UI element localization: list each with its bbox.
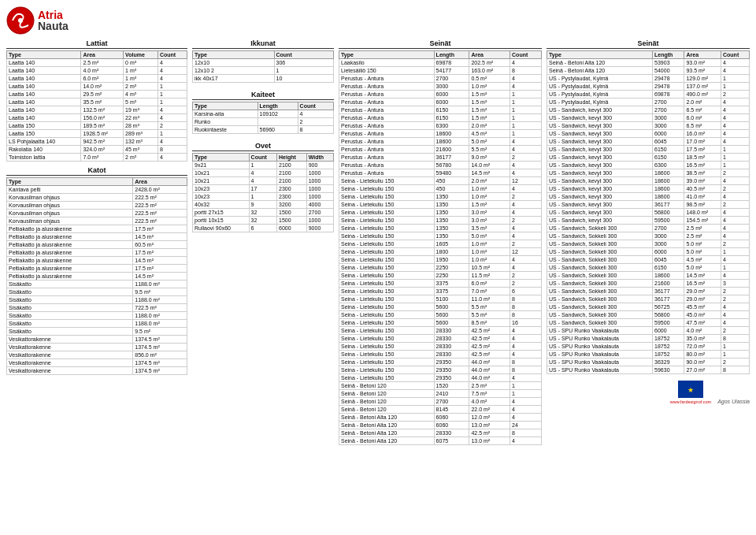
table-cell: 8 xyxy=(158,146,187,154)
table-cell: 6.0 m² xyxy=(81,75,124,83)
table-cell: 289 m³ xyxy=(124,130,158,138)
table-row: Seina - Lietekuliu 1502935044.0 m²8 xyxy=(339,366,542,374)
table-cell: 324.0 m² xyxy=(81,146,124,154)
table-cell: 29.0 m² xyxy=(684,295,721,303)
table-cell: 36177 xyxy=(653,288,684,295)
table-cell: 29478 xyxy=(653,83,684,91)
table-cell: US - Pystylaudat, Kylmä xyxy=(547,98,653,106)
table-row: Vesikattorakenne1374.5 m² xyxy=(7,336,187,344)
table-row: US - Sandwich, Sokkeli 3005680045.0 m²4 xyxy=(547,311,750,319)
table-cell: 8 xyxy=(721,366,750,374)
table-cell: 4 xyxy=(158,75,187,83)
table-cell: 5.5 m² xyxy=(469,146,510,154)
table-cell: Korvausilman ohjaus xyxy=(7,194,133,202)
table-cell: 490.0 m² xyxy=(684,91,721,98)
table-cell: Seina - Lietekuliu 150 xyxy=(339,256,435,264)
table-cell: 5600 xyxy=(434,319,469,327)
table-cell: Seina - Lietekuliu 150 xyxy=(339,201,435,209)
table-row: 40x32932004000 xyxy=(193,201,334,209)
table-cell: 4 xyxy=(249,177,276,185)
table-cell: 4 xyxy=(510,59,542,67)
table-cell: 2.5 m² xyxy=(81,59,124,67)
table-cell: 2.0 m² xyxy=(469,177,510,185)
table-cell: Vesikattorakenne xyxy=(7,336,133,344)
table-cell: 4 xyxy=(510,209,542,217)
table-cell: 4.0 m² xyxy=(469,398,510,406)
table-cell: 22 m³ xyxy=(124,114,158,122)
table-cell: Seina - Lietekuliu 150 xyxy=(339,177,435,185)
table-cell: 42.5 m² xyxy=(469,327,510,335)
table-cell: Seina - Lietekuliu 150 xyxy=(339,232,435,240)
table-row: Sisäkatto722.5 m² xyxy=(7,304,187,312)
table-cell: 44.0 m² xyxy=(469,374,510,382)
table-cell: 4 xyxy=(510,437,542,445)
table-cell: 17.0 m² xyxy=(684,138,721,146)
table-cell: 6045 xyxy=(653,138,684,146)
table-cell: Seina - Lietekuliu 150 xyxy=(339,193,435,201)
table-cell: 28330 xyxy=(434,327,469,335)
table-cell: US - Sandwich, kevyt 300 xyxy=(547,130,653,138)
table-cell: 10x23 xyxy=(193,185,250,193)
logo-text-atria: Atria xyxy=(38,9,69,20)
table-cell: 4 xyxy=(721,193,750,201)
table-cell: 1.5 m² xyxy=(469,201,510,209)
table-row: Peltiakatto ja alusrakenne14.5 m² xyxy=(7,233,187,241)
table-row: Laatta 1406.0 m²1 m³4 xyxy=(7,75,187,83)
ovet-title: Ovet xyxy=(192,142,334,151)
table-cell: Sisäkatto xyxy=(7,312,133,320)
table-cell: 6300 xyxy=(434,122,469,130)
table-cell: 1 xyxy=(274,67,334,75)
table-cell: 8 xyxy=(510,303,542,311)
table-cell: 4 xyxy=(721,98,750,106)
table-cell: 35.5 m² xyxy=(81,98,124,106)
table-cell: Korvausilman ohjaus xyxy=(7,217,133,225)
table-row: Seina - Lietekuliu 1502935044.0 m²8 xyxy=(339,359,542,366)
table-row: Seinä - Betoni Alta 120606013.0 m²24 xyxy=(339,422,542,429)
table-cell: 4 xyxy=(721,138,750,146)
seinat1-col-count: Count xyxy=(510,51,542,59)
table-cell: Seina - Lietekuliu 150 xyxy=(339,327,435,335)
table-cell: 5.0 m² xyxy=(684,248,721,256)
table-cell: Seina - Lietekuliu 150 xyxy=(339,366,435,374)
table-cell: Seinä - Betoni Alta 120 xyxy=(339,437,435,445)
table-cell: 2 xyxy=(721,288,750,295)
table-cell: 4.5 m² xyxy=(469,130,510,138)
table-cell: 4 xyxy=(510,138,542,146)
table-row: US - Sandwich, Sokkeli 30060005.0 m²1 xyxy=(547,248,750,256)
table-row: Vesikattorakenne1374.5 m² xyxy=(7,344,187,351)
table-cell: 2 xyxy=(510,272,542,280)
table-row: US - Sandwich, Sokkeli 30030002.5 m²4 xyxy=(547,232,750,240)
table-cell: 8 xyxy=(298,126,333,134)
table-cell: 2.0 m² xyxy=(469,122,510,130)
table-cell: 4 xyxy=(721,122,750,130)
table-row: US - Sandwich, Sokkeli 30060454.5 m²4 xyxy=(547,256,750,264)
table-cell: 6000 xyxy=(434,98,469,106)
table-cell: 5.0 m² xyxy=(684,264,721,272)
seinat1-col-area: Area xyxy=(469,51,510,59)
table-cell: 32 xyxy=(249,217,276,225)
table-cell: US - Pystylaudat, Kylmä xyxy=(547,75,653,83)
table-cell: 18752 xyxy=(653,343,684,351)
table-cell: 3.0 m² xyxy=(469,209,510,217)
table-cell: 27.0 m² xyxy=(684,366,721,374)
table-cell: Peltiakatto ja alusrakenne xyxy=(7,265,133,273)
table-cell: 5.0 m² xyxy=(469,232,510,240)
table-row: Seinä - Betoni 120814522.0 m²4 xyxy=(339,406,542,414)
table-cell: 1374.5 m² xyxy=(133,367,187,375)
table-cell: 1 xyxy=(510,122,542,130)
table-cell: Seinä - Betoni 120 xyxy=(339,390,435,398)
table-cell: 56800 xyxy=(653,311,684,319)
table-row: 10x231723001000 xyxy=(193,185,334,193)
table-cell: 32 xyxy=(249,209,276,217)
table-cell: 2428.0 m² xyxy=(133,186,187,194)
table-cell: 2 xyxy=(721,91,750,98)
table-cell: 9.5 m² xyxy=(133,288,187,296)
table-cell: 5600 xyxy=(434,311,469,319)
table-cell: 1.0 m² xyxy=(469,248,510,256)
table-cell: 4 xyxy=(510,351,542,359)
table-cell: 45.5 m² xyxy=(684,303,721,311)
table-cell: 80.0 m² xyxy=(684,351,721,359)
table-cell: US - Sandwich, kevyt 300 xyxy=(547,177,653,185)
table-cell: Perustus - Antura xyxy=(339,106,435,114)
table-row: Sisäkatto1188.0 m² xyxy=(7,312,187,320)
